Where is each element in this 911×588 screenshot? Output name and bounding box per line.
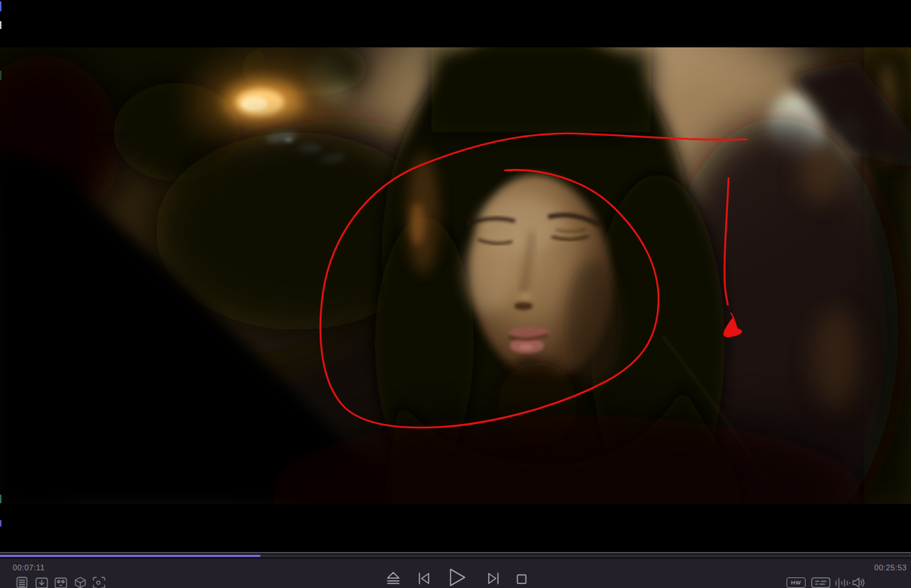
equalizer-icon: [835, 577, 851, 588]
artifact-white: [0, 21, 1, 29]
download-button[interactable]: [35, 577, 48, 588]
stop-icon: [516, 574, 527, 584]
playlist-icon: [16, 577, 28, 588]
cube-icon: [74, 577, 87, 588]
equalizer-button[interactable]: [835, 577, 851, 588]
seekbar[interactable]: [0, 552, 911, 559]
stop-button[interactable]: [516, 574, 527, 584]
control-bar: 00:07:11 00:25:53: [0, 559, 911, 588]
previous-button[interactable]: [417, 572, 431, 585]
eject-button[interactable]: [386, 571, 400, 586]
hw-decode-badge[interactable]: HW: [787, 577, 806, 588]
artifact-blue: [0, 1, 1, 11]
hw-decode-label: HW: [791, 580, 801, 586]
elapsed-time: 00:07:11: [13, 563, 45, 572]
speaker-icon: [852, 577, 866, 588]
previous-icon: [417, 572, 431, 585]
focus-icon: [93, 577, 105, 588]
player-window: { "window": { "kind": "video-player", "w…: [0, 0, 911, 588]
playlist-button[interactable]: [16, 577, 28, 588]
download-icon: [35, 577, 48, 588]
faces-button[interactable]: [54, 577, 67, 588]
artifact-purple: [0, 520, 1, 527]
seek-progress: [0, 555, 260, 557]
cube-button[interactable]: [74, 577, 87, 588]
faces-icon: [54, 577, 67, 588]
subtitle-button[interactable]: [811, 577, 830, 588]
total-time: 00:25:53: [874, 563, 907, 572]
next-icon: [487, 572, 500, 585]
mute-button[interactable]: [852, 577, 866, 588]
play-icon: [448, 568, 467, 587]
movie-frame-art: [0, 47, 911, 504]
next-button[interactable]: [487, 572, 500, 585]
eject-icon: [386, 571, 400, 586]
subtitle-badge-icon: [811, 577, 830, 588]
focus-button[interactable]: [93, 577, 105, 588]
video-surface[interactable]: [0, 47, 911, 504]
play-button[interactable]: [448, 568, 467, 587]
